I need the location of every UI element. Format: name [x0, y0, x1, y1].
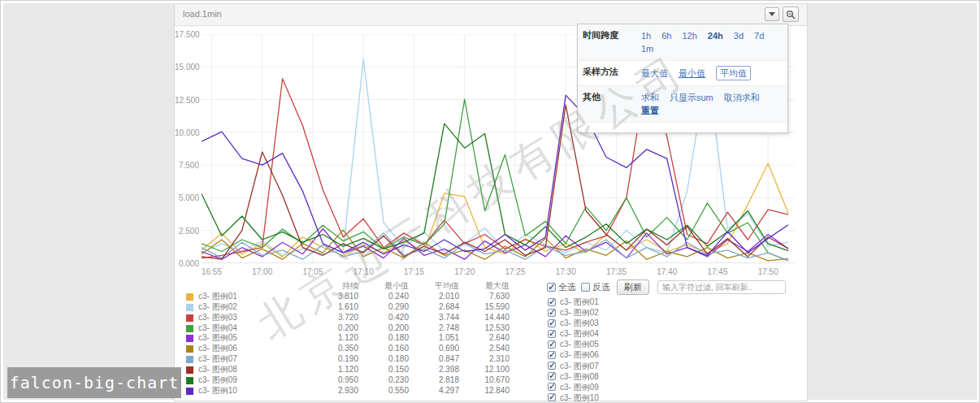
stats-row: c3- 图例033.7200.4203.74414.440 [186, 313, 510, 323]
series-checklist-item[interactable]: c3- 图例08 [548, 371, 599, 382]
chevron-down-icon [769, 12, 775, 16]
series-checklist-item[interactable]: c3- 图例06 [548, 349, 599, 360]
x-tick-label: 17:10 [347, 267, 379, 276]
dropdown-option-最大值[interactable]: 最大值 [641, 67, 668, 80]
series-name: c3- 图例07 [186, 354, 308, 365]
stats-value: 15.590 [459, 302, 510, 313]
stats-value: 0.200 [308, 323, 358, 334]
stats-value: 2.684 [409, 302, 459, 313]
series-checkbox[interactable] [548, 319, 556, 327]
series-checklist-item[interactable]: c3- 图例09 [548, 382, 599, 392]
series-checklist-item[interactable]: c3- 图例07 [548, 361, 599, 371]
series-checklist-item[interactable]: c3- 图例01 [548, 297, 599, 307]
stats-value: 1.120 [308, 333, 358, 344]
stats-value: 0.180 [358, 333, 409, 344]
series-name: c3- 图例09 [186, 375, 308, 386]
stats-value: 2.310 [459, 354, 510, 365]
stats-value: 12.840 [459, 386, 510, 396]
dropdown-option-7d[interactable]: 7d [754, 29, 764, 42]
series-checkbox[interactable] [548, 362, 556, 370]
series-color-swatch [186, 377, 193, 384]
series-checkbox-label: c3- 图例06 [560, 349, 599, 360]
y-tick-label: 17.500 [175, 30, 199, 39]
dropdown-row-links: 求和只显示sum取消求和重置 [641, 91, 783, 117]
series-name: c3- 图例08 [186, 365, 308, 375]
dropdown-row-links: 1h6h12h24h3d7d1m [641, 29, 783, 55]
dropdown-option-平均值[interactable]: 平均值 [716, 66, 751, 80]
dropdown-option-只显示sum[interactable]: 只显示sum [670, 91, 713, 104]
series-color-swatch [186, 314, 193, 322]
stats-value: 0.240 [358, 292, 409, 302]
chart-card: load.1min 17.50015.00012.50010.0007.5005… [174, 3, 808, 401]
dropdown-option-取消求和[interactable]: 取消求和 [724, 91, 760, 104]
series-checklist: c3- 图例01c3- 图例02c3- 图例03c3- 图例04c3- 图例05… [548, 297, 599, 403]
series-color-swatch [186, 304, 193, 311]
stats-value: 12.530 [459, 323, 510, 334]
options-dropdown-button[interactable] [765, 7, 779, 21]
x-tick-label: 17:50 [752, 267, 784, 276]
refresh-button[interactable]: 刷新 [617, 280, 649, 295]
screenshot-viewport: load.1min 17.50015.00012.50010.0007.5005… [0, 0, 980, 403]
stats-value: 14.440 [459, 313, 510, 323]
stats-value: 3.720 [308, 313, 358, 323]
series-checklist-item[interactable]: c3- 图例04 [548, 328, 599, 339]
dropdown-row-links: 最大值最小值平均值 [641, 66, 783, 80]
x-tick-label: 17:00 [246, 267, 279, 276]
filter-input[interactable] [657, 280, 786, 294]
series-checkbox-label: c3- 图例02 [560, 307, 599, 318]
stats-value: 3.810 [308, 292, 358, 302]
x-tick-label: 17:40 [651, 267, 683, 276]
series-checkbox-label: c3- 图例09 [560, 382, 599, 392]
dropdown-option-6h[interactable]: 6h [661, 29, 671, 42]
invert-selection-checkbox[interactable] [581, 283, 590, 292]
dropdown-option-求和[interactable]: 求和 [641, 91, 659, 104]
dropdown-option-3d[interactable]: 3d [734, 29, 744, 42]
stats-value: 12.100 [459, 365, 510, 375]
stats-column-header: 最大值 [459, 281, 510, 292]
series-checkbox-label: c3- 图例05 [560, 339, 599, 349]
stats-row: c3- 图例021.6100.2902.68415.590 [186, 302, 510, 313]
series-checkbox[interactable] [548, 351, 556, 359]
series-checkbox[interactable] [548, 330, 556, 338]
dropdown-option-1m[interactable]: 1m [641, 42, 653, 55]
stats-value: 0.690 [409, 344, 459, 354]
dropdown-option-重置[interactable]: 重置 [641, 104, 659, 117]
zoom-button[interactable] [783, 6, 799, 22]
series-color-swatch [186, 335, 193, 342]
series-checkbox[interactable] [548, 298, 556, 306]
series-checklist-item[interactable]: c3- 图例03 [548, 318, 599, 328]
stats-row: c3- 图例040.2000.2002.74812.530 [186, 323, 510, 334]
series-checkbox[interactable] [548, 372, 556, 380]
series-checkbox[interactable] [548, 383, 556, 391]
stats-value: 1.120 [308, 365, 358, 375]
series-checkbox[interactable] [548, 309, 556, 317]
select-all-label[interactable]: 全选 [558, 281, 576, 293]
dropdown-row: 采样方法最大值最小值平均值 [578, 61, 787, 86]
series-name: c3- 图例01 [186, 292, 308, 302]
series-checkbox[interactable] [548, 340, 556, 349]
select-all-checkbox[interactable] [547, 283, 556, 292]
magnifier-icon [786, 10, 796, 20]
dropdown-option-1h[interactable]: 1h [641, 29, 651, 42]
series-color-swatch [186, 388, 193, 395]
stats-value: 7.630 [459, 292, 510, 302]
series-checkbox-label: c3- 图例08 [560, 371, 599, 382]
y-tick-label: 2.500 [175, 227, 199, 236]
stats-value: 1.051 [409, 333, 459, 344]
y-tick-label: 5.000 [175, 193, 199, 202]
dropdown-row-label: 其他 [583, 91, 641, 103]
series-checkbox-label: c3- 图例07 [560, 361, 599, 371]
options-dropdown-panel: 时间跨度1h6h12h24h3d7d1m采样方法最大值最小值平均值其他求和只显示… [577, 24, 788, 133]
y-tick-label: 7.500 [175, 161, 199, 170]
dropdown-option-24h[interactable]: 24h [708, 29, 723, 42]
dropdown-option-最小值[interactable]: 最小值 [679, 67, 705, 80]
series-checklist-item[interactable]: c3- 图例10 [548, 392, 599, 403]
series-color-swatch [186, 293, 193, 301]
stats-value: 3.744 [409, 313, 459, 323]
series-checkbox[interactable] [548, 393, 556, 401]
series-checklist-item[interactable]: c3- 图例02 [548, 307, 599, 318]
dropdown-option-12h[interactable]: 12h [683, 29, 697, 42]
series-checklist-item[interactable]: c3- 图例05 [548, 339, 599, 349]
y-tick-label: 10.000 [175, 128, 199, 137]
invert-selection-label[interactable]: 反选 [592, 281, 610, 293]
